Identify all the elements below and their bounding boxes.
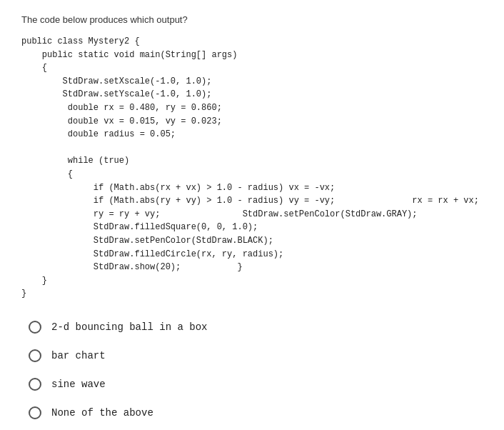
radio-4[interactable] (29, 406, 41, 419)
option-2[interactable]: bar chart (29, 349, 483, 362)
radio-2[interactable] (29, 349, 41, 362)
option-3-label: sine wave (51, 379, 106, 390)
radio-1[interactable] (29, 321, 41, 334)
radio-3[interactable] (29, 378, 41, 391)
options-container: 2-d bouncing ball in a box bar chart sin… (21, 321, 483, 419)
option-4-label: None of the above (51, 407, 153, 419)
option-1[interactable]: 2-d bouncing ball in a box (29, 321, 483, 334)
code-block: public class Mystery2 { public static vo… (21, 35, 483, 301)
option-3[interactable]: sine wave (29, 378, 483, 391)
question-text: The code below produces which output? (21, 14, 483, 25)
option-4[interactable]: None of the above (29, 406, 483, 419)
option-2-label: bar chart (51, 350, 106, 361)
option-1-label: 2-d bouncing ball in a box (51, 321, 207, 333)
